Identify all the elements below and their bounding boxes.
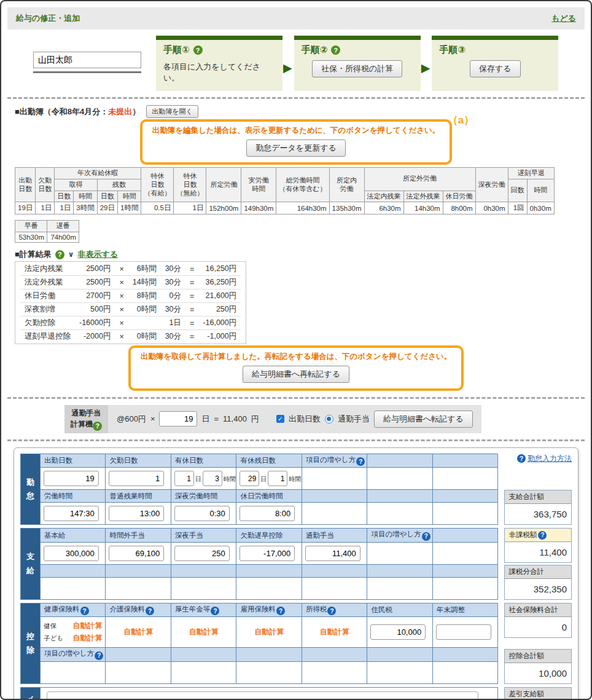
paid-leave-hours-input[interactable] xyxy=(203,471,222,486)
calc-mins: 30分 xyxy=(161,303,185,317)
transfer-to-payslip-button[interactable]: 給与明細書へ転記する xyxy=(374,411,473,428)
cell-empty xyxy=(432,468,498,490)
step3-box: 手順③ 保存する xyxy=(432,36,558,91)
help-icon[interactable] xyxy=(146,607,154,615)
help-icon[interactable] xyxy=(356,457,365,466)
help-icon[interactable] xyxy=(331,45,340,55)
col-header: 法定外残業 xyxy=(403,191,443,202)
commute-days-input[interactable] xyxy=(159,411,197,427)
help-icon[interactable] xyxy=(422,532,430,541)
cell-empty xyxy=(302,503,367,525)
holiday-hours-input[interactable] xyxy=(240,506,295,521)
overtime-hours-input[interactable] xyxy=(109,506,164,521)
help-icon[interactable] xyxy=(55,250,64,259)
calc-results-table-wrap: 法定内残業 2500円 × 6時間 30分 = 16,250円 法定外残業 25… xyxy=(15,261,246,344)
work-hours-input[interactable] xyxy=(44,506,99,521)
cell: 53h30m xyxy=(15,232,47,243)
radio-label: 通勤手当 xyxy=(338,414,370,425)
nontaxable-label: 非課税額 xyxy=(508,530,537,540)
overtime-allowance-input[interactable] xyxy=(109,546,164,561)
col-header: 取得 xyxy=(55,179,97,191)
memo-input[interactable] xyxy=(47,691,478,700)
arrow-right-icon xyxy=(283,61,292,75)
help-icon[interactable] xyxy=(193,45,203,55)
add-items-link[interactable]: 項目の増やし方 xyxy=(371,530,421,538)
times-sign: × xyxy=(150,414,155,423)
cell: 135h30m xyxy=(329,202,364,214)
help-icon[interactable] xyxy=(538,531,547,540)
calc-label: 法定外残業 xyxy=(20,276,75,289)
col-header-empty xyxy=(432,529,498,543)
col-header: 遅刻早退 xyxy=(508,168,554,179)
retranscribe-to-payslip-button[interactable]: 給与明細書へ再転記する xyxy=(243,366,349,383)
calc-total: -16,000円 xyxy=(198,317,241,330)
hide-link[interactable]: 非表示する xyxy=(78,249,119,260)
help-icon[interactable] xyxy=(276,607,285,615)
absence-deduction-input[interactable] xyxy=(240,546,295,561)
paid-leave-remaining-days-input[interactable] xyxy=(240,471,259,486)
calc-total: 16,250円 xyxy=(198,262,241,276)
steps-bar: 手順① 各項目に入力をしてください。 手順② 社保・所得税の計算 手 xyxy=(14,36,578,91)
help-icon[interactable] xyxy=(211,607,219,615)
calc-rate: 2500円 xyxy=(75,262,115,276)
equals-sign: = xyxy=(214,414,219,423)
col-header: 休日労働時間 xyxy=(236,490,302,503)
calc-label: 休日労働 xyxy=(20,289,75,303)
col-header: 法定内残業 xyxy=(364,191,403,202)
save-button[interactable]: 保存する xyxy=(470,60,521,77)
night-allowance-input[interactable] xyxy=(174,546,230,561)
help-icon[interactable] xyxy=(327,607,336,615)
col-header: 所定外労働 xyxy=(364,168,475,191)
calc-total: 21,600円 xyxy=(198,289,241,303)
resident-tax-input[interactable] xyxy=(370,624,426,640)
step1-topbar xyxy=(156,36,282,40)
open-attendance-book-button[interactable]: 出勤簿を開く xyxy=(146,105,198,118)
back-link[interactable]: もどる xyxy=(551,13,576,24)
days-worked-input[interactable] xyxy=(44,471,99,486)
cell-empty xyxy=(302,468,367,490)
calc-total: 36,250円 xyxy=(198,276,241,289)
step2-topbar xyxy=(294,36,421,40)
add-items-link[interactable]: 項目の増やし方 xyxy=(306,456,356,463)
col-header: 深夜手当 xyxy=(171,529,236,543)
help-icon xyxy=(517,454,526,463)
base-salary-input[interactable] xyxy=(44,546,99,561)
step1-box: 手順① 各項目に入力をしてください。 xyxy=(156,36,282,91)
paid-leave-days-input[interactable] xyxy=(174,471,194,486)
deduction-total-value: 10,000 xyxy=(505,663,571,683)
taxable-total-value: 352,350 xyxy=(505,579,571,599)
arrow-right-icon xyxy=(421,61,430,75)
net-pay-box: 差引支給額 353,750 xyxy=(504,687,572,700)
kintai-input-help-link[interactable]: 勤怠入力方法 xyxy=(528,454,572,464)
calc-insurance-tax-button[interactable]: 社保・所得税の計算 xyxy=(312,60,402,77)
help-icon[interactable] xyxy=(80,607,89,615)
unit-day: 日 xyxy=(201,414,209,425)
refresh-attendance-data-button[interactable]: 勤怠データを更新する xyxy=(246,140,346,157)
commute-allowance-radio[interactable] xyxy=(325,415,333,423)
cell-empty xyxy=(171,577,236,599)
attendance-days-checkbox[interactable] xyxy=(276,415,284,423)
calc-mins: 30分 xyxy=(161,330,185,344)
equals-sign: = xyxy=(185,276,198,289)
equals-sign: = xyxy=(185,303,198,317)
cell-empty xyxy=(367,468,432,490)
col-header: 遅番 xyxy=(47,221,79,232)
table-row: 休日労働 2700円 × 8時間 0分 = 21,600円 xyxy=(20,289,241,303)
payment-total-label: 支給合計額 xyxy=(505,490,571,504)
night-hours-input[interactable] xyxy=(174,506,230,521)
add-items-link[interactable]: 項目の増やし方 xyxy=(44,650,94,657)
employee-name-input[interactable] xyxy=(33,52,141,68)
cell: 1回 xyxy=(508,202,527,214)
commute-allowance-input[interactable] xyxy=(305,546,360,561)
help-icon[interactable] xyxy=(93,422,102,431)
days-absent-input[interactable] xyxy=(109,471,164,486)
help-icon[interactable] xyxy=(95,651,103,660)
kintai-section: 勤 怠 出勤日数 欠勤日数 有休日数 有休残日数 項目の増やし方 日時間 日時間 xyxy=(20,454,572,525)
paid-leave-remaining-hours-input[interactable] xyxy=(268,471,287,486)
col-header: 出勤日数 xyxy=(41,454,106,468)
year-end-adjustment-input[interactable] xyxy=(436,624,491,640)
cell: 1日 xyxy=(55,202,74,214)
kodomo-label: 子ども xyxy=(44,634,63,643)
taxable-total-box: 課税分合計 352,350 xyxy=(504,565,572,600)
cell-empty xyxy=(302,577,367,599)
